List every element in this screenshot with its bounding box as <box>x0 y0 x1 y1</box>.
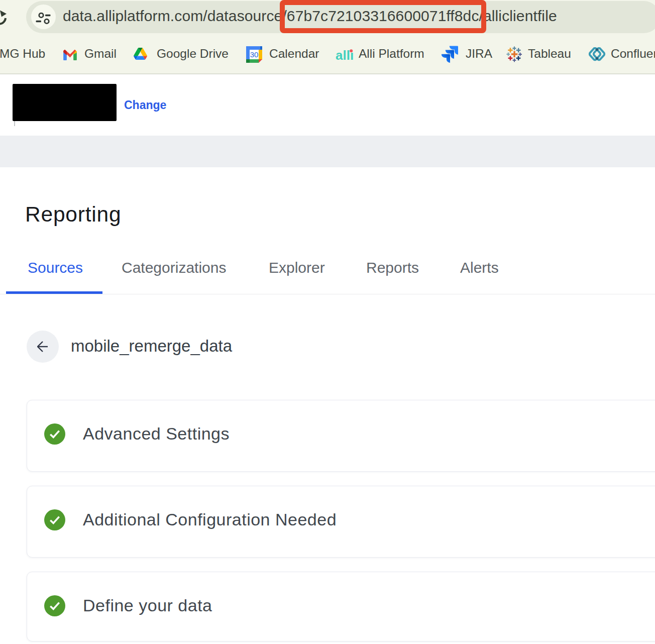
svg-text:30: 30 <box>250 50 259 58</box>
